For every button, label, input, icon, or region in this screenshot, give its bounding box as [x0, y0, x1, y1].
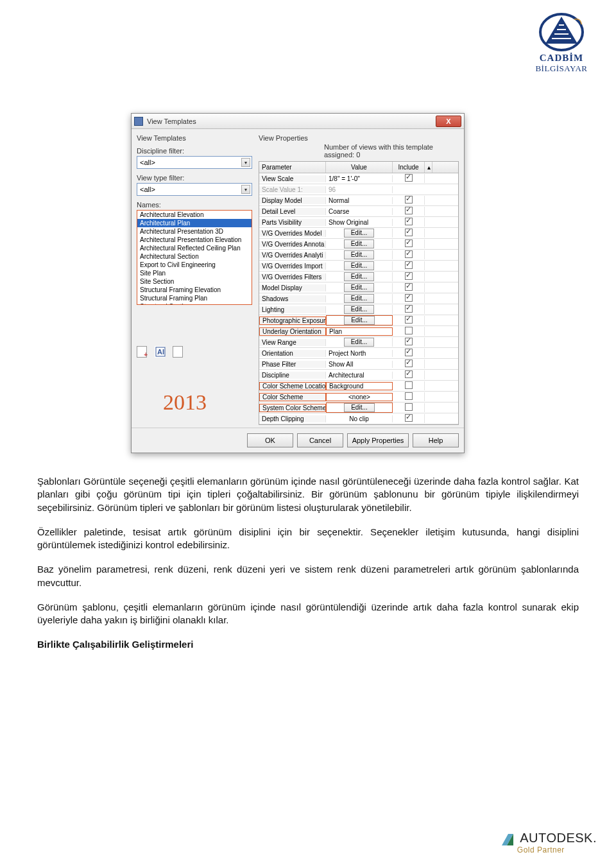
include-cell[interactable]	[393, 207, 425, 216]
edit-button[interactable]: Edit...	[344, 305, 375, 314]
edit-button[interactable]: Edit...	[344, 403, 375, 412]
include-checkbox[interactable]	[405, 294, 413, 302]
edit-button[interactable]: Edit...	[344, 229, 375, 238]
list-item[interactable]: Architectural Section	[137, 252, 252, 261]
apply-properties-button[interactable]: Apply Properties	[347, 433, 409, 447]
list-item[interactable]: Structural Framing Elevation	[137, 286, 252, 294]
include-checkbox[interactable]	[405, 414, 413, 422]
include-checkbox[interactable]	[405, 316, 413, 324]
include-checkbox[interactable]	[405, 239, 413, 247]
include-cell[interactable]	[393, 272, 425, 281]
list-item[interactable]: Site Plan	[137, 269, 252, 277]
include-cell[interactable]	[393, 218, 425, 227]
include-checkbox[interactable]	[405, 261, 413, 269]
value-cell[interactable]: Plan	[326, 327, 393, 336]
value-cell[interactable]: 1/8" = 1'-0"	[326, 175, 393, 182]
include-cell[interactable]	[393, 327, 425, 336]
value-cell[interactable]: Edit...	[326, 294, 393, 303]
include-checkbox[interactable]	[405, 218, 413, 225]
list-item[interactable]: Architectural Elevation	[137, 211, 252, 219]
include-cell[interactable]	[393, 370, 425, 379]
close-button[interactable]: X	[436, 116, 461, 127]
include-cell[interactable]	[393, 316, 425, 325]
include-cell[interactable]	[393, 349, 425, 358]
cancel-button[interactable]: Cancel	[297, 433, 343, 447]
edit-button[interactable]: Edit...	[344, 338, 375, 347]
value-cell[interactable]: Edit...	[326, 272, 393, 281]
include-cell[interactable]	[393, 381, 425, 390]
value-cell[interactable]: Coarse	[326, 208, 393, 215]
edit-button[interactable]: Edit...	[344, 294, 375, 303]
include-cell[interactable]	[393, 294, 425, 303]
edit-button[interactable]: Edit...	[344, 272, 375, 281]
list-item[interactable]: Structural Framing Plan	[137, 294, 252, 302]
list-item[interactable]: Architectural Reflected Ceiling Plan	[137, 244, 252, 252]
include-cell[interactable]	[393, 283, 425, 292]
rename-template-button[interactable]	[173, 346, 183, 358]
new-template-button[interactable]	[137, 346, 147, 358]
include-cell[interactable]	[393, 414, 425, 423]
edit-button[interactable]: Edit...	[344, 283, 375, 292]
value-cell[interactable]: Show Original	[326, 219, 393, 226]
include-checkbox[interactable]	[405, 327, 413, 334]
include-cell[interactable]	[393, 261, 425, 270]
include-cell[interactable]	[393, 403, 425, 412]
include-checkbox[interactable]	[405, 207, 413, 214]
include-checkbox[interactable]	[405, 370, 413, 378]
include-checkbox[interactable]	[405, 229, 413, 236]
include-cell[interactable]	[393, 305, 425, 314]
list-item[interactable]: Architectural Presentation 3D	[137, 227, 252, 236]
value-cell[interactable]: Normal	[326, 197, 393, 204]
value-cell[interactable]: Edit...	[326, 250, 393, 259]
include-checkbox[interactable]	[405, 283, 413, 291]
value-cell[interactable]: Edit...	[326, 338, 393, 347]
include-cell[interactable]	[393, 359, 425, 368]
include-cell[interactable]	[393, 239, 425, 248]
value-cell[interactable]: Edit...	[326, 315, 393, 325]
edit-button[interactable]: Edit...	[344, 316, 375, 325]
include-checkbox[interactable]	[405, 349, 413, 356]
include-cell[interactable]	[393, 392, 425, 401]
names-listbox[interactable]: Architectural ElevationArchitectural Pla…	[137, 210, 252, 305]
viewtype-filter-combo[interactable]: <all> ▾	[137, 183, 252, 196]
list-item[interactable]: Export to Civil Engineering	[137, 261, 252, 269]
include-cell[interactable]	[393, 250, 425, 259]
include-checkbox[interactable]	[405, 338, 413, 345]
discipline-filter-combo[interactable]: <all> ▾	[137, 156, 252, 169]
value-cell[interactable]: Show All	[326, 361, 393, 368]
delete-template-button[interactable]: AI	[155, 346, 165, 358]
value-cell[interactable]: Edit...	[326, 305, 393, 314]
include-checkbox[interactable]	[405, 381, 413, 389]
list-item[interactable]: Architectural Plan	[137, 219, 252, 227]
value-cell[interactable]: Edit...	[326, 229, 393, 238]
include-cell[interactable]	[393, 338, 425, 347]
value-cell[interactable]: 96	[326, 186, 393, 193]
include-checkbox[interactable]	[405, 403, 413, 411]
edit-button[interactable]: Edit...	[344, 250, 375, 259]
value-cell[interactable]: Edit...	[326, 403, 393, 413]
value-cell[interactable]: Edit...	[326, 261, 393, 270]
value-cell[interactable]: <none>	[326, 393, 393, 401]
value-cell[interactable]: Background	[326, 382, 393, 390]
help-button[interactable]: Help	[413, 433, 459, 447]
value-cell[interactable]: Edit...	[326, 283, 393, 292]
include-cell[interactable]	[393, 174, 425, 183]
list-item[interactable]: Site Section	[137, 277, 252, 286]
include-cell[interactable]	[393, 229, 425, 238]
value-cell[interactable]: Architectural	[326, 372, 393, 379]
include-checkbox[interactable]	[405, 272, 413, 280]
include-cell[interactable]	[393, 196, 425, 205]
list-item[interactable]: Architectural Presentation Elevation	[137, 236, 252, 244]
include-checkbox[interactable]	[405, 392, 413, 400]
list-item[interactable]: Structural Section	[137, 302, 252, 305]
ok-button[interactable]: OK	[247, 433, 293, 447]
include-checkbox[interactable]	[405, 305, 413, 313]
value-cell[interactable]: Edit...	[326, 239, 393, 248]
value-cell[interactable]: Project North	[326, 350, 393, 357]
include-checkbox[interactable]	[405, 196, 413, 204]
include-checkbox[interactable]	[405, 250, 413, 258]
value-cell[interactable]: No clip	[326, 415, 393, 422]
include-checkbox[interactable]	[405, 174, 413, 182]
include-checkbox[interactable]	[405, 359, 413, 367]
edit-button[interactable]: Edit...	[344, 261, 375, 270]
